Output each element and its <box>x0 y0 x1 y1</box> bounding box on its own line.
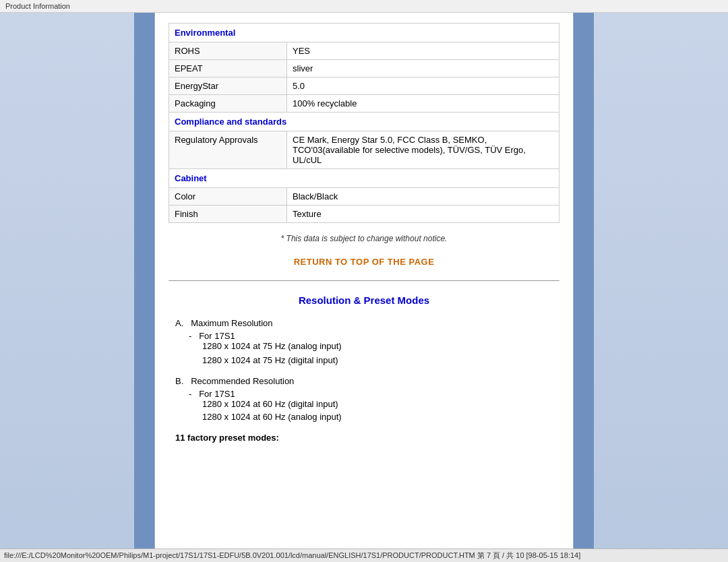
rohs-label: ROHS <box>169 42 287 60</box>
energystar-label: EnergyStar <box>169 77 287 95</box>
outer-wrapper: Environmental ROHS YES EPEAT sliver Ener… <box>0 0 728 562</box>
res-b-text: Recommended Resolution <box>191 376 294 386</box>
rohs-value: YES <box>287 42 559 60</box>
compliance-header-row: Compliance and standards <box>169 113 559 131</box>
res-a-letter: A. <box>175 318 183 328</box>
table-row: Regulatory Approvals CE Mark, Energy Sta… <box>169 131 559 169</box>
resolution-item-b: B. Recommended Resolution - For 17S1 128… <box>175 376 553 422</box>
table-row: EPEAT sliver <box>169 60 559 77</box>
res-b-line1: 1280 x 1024 at 60 Hz (digital input) <box>202 399 553 409</box>
table-row: ROHS YES <box>169 42 559 60</box>
finish-label: Finish <box>169 206 287 223</box>
res-a-line1: 1280 x 1024 at 75 Hz (analog input) <box>202 341 553 351</box>
table-row: EnergyStar 5.0 <box>169 77 559 95</box>
color-value: Black/Black <box>287 188 559 206</box>
page-title: Product Information <box>5 2 70 10</box>
factory-preset-label: 11 factory preset modes: <box>175 433 553 443</box>
packaging-value: 100% recyclable <box>287 95 559 113</box>
status-bar: file:///E:/LCD%20Monitor%20OEM/Philips/M… <box>0 549 728 562</box>
cabinet-header-row: Cabinet <box>169 169 559 188</box>
res-a-label: A. Maximum Resolution <box>175 318 553 328</box>
environmental-header: Environmental <box>169 24 559 42</box>
table-row: Color Black/Black <box>169 188 559 206</box>
res-b-line2: 1280 x 1024 at 60 Hz (analog input) <box>202 412 553 422</box>
res-a-line2: 1280 x 1024 at 75 Hz (digital input) <box>202 355 553 365</box>
page-title-bar: Product Information <box>0 0 728 13</box>
main-content: Environmental ROHS YES EPEAT sliver Ener… <box>155 12 573 562</box>
resolution-section: Resolution & Preset Modes A. Maximum Res… <box>169 294 559 443</box>
regulatory-value: CE Mark, Energy Star 5.0, FCC Class B, S… <box>287 131 559 169</box>
resolution-content: A. Maximum Resolution - For 17S1 1280 x … <box>169 318 559 443</box>
right-sidebar <box>573 12 728 562</box>
resolution-item-a: A. Maximum Resolution - For 17S1 1280 x … <box>175 318 553 365</box>
res-b-label: B. Recommended Resolution <box>175 376 553 386</box>
res-b-sublabel: For 17S1 <box>199 389 235 399</box>
footnote: * This data is subject to change without… <box>169 234 559 243</box>
spec-table: Environmental ROHS YES EPEAT sliver Ener… <box>169 23 559 223</box>
left-sidebar <box>0 12 155 562</box>
res-b-dash: - For 17S1 <box>189 389 553 399</box>
energystar-value: 5.0 <box>287 77 559 95</box>
return-to-top-link[interactable]: RETURN TO TOP OF THE PAGE <box>169 257 559 267</box>
res-a-sublabel: For 17S1 <box>199 331 235 341</box>
resolution-title: Resolution & Preset Modes <box>169 294 559 306</box>
color-label: Color <box>169 188 287 206</box>
regulatory-label: Regulatory Approvals <box>169 131 287 169</box>
compliance-header: Compliance and standards <box>169 113 559 131</box>
status-bar-text: file:///E:/LCD%20Monitor%20OEM/Philips/M… <box>4 551 580 559</box>
left-sidebar-inner <box>134 12 154 562</box>
cabinet-header: Cabinet <box>169 169 559 188</box>
section-divider <box>169 280 559 281</box>
finish-value: Texture <box>287 206 559 223</box>
right-sidebar-inner <box>574 12 594 562</box>
table-row: Finish Texture <box>169 206 559 223</box>
packaging-label: Packaging <box>169 95 287 113</box>
res-a-dash: - For 17S1 <box>189 331 553 341</box>
table-row: Packaging 100% recyclable <box>169 95 559 113</box>
environmental-header-row: Environmental <box>169 24 559 42</box>
res-b-letter: B. <box>175 376 183 386</box>
epeat-value: sliver <box>287 60 559 77</box>
epeat-label: EPEAT <box>169 60 287 77</box>
res-a-text: Maximum Resolution <box>191 318 272 328</box>
